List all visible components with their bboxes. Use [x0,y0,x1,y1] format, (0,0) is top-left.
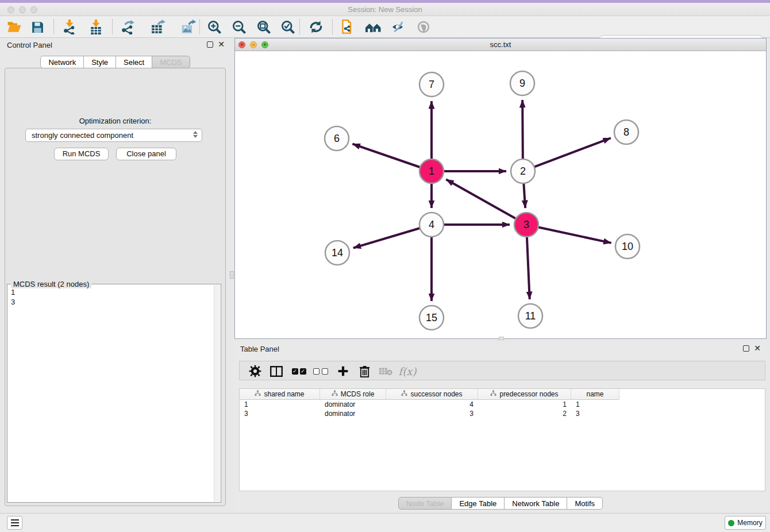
export-table-icon[interactable] [149,19,167,35]
status-bar: Memory [0,513,770,532]
delete-table-icon[interactable] [376,363,395,379]
edge-3-11[interactable] [527,232,530,299]
network-resize-grip[interactable] [499,337,504,340]
import-table-icon[interactable] [87,19,105,35]
optimization-criterion-label: Optimization criterion: [0,117,230,125]
column-header-label: name [586,390,603,398]
table-row[interactable]: 1dominator411 [240,400,765,409]
toolbar-separator [53,20,54,34]
export-image-icon[interactable] [179,19,197,35]
deselect-all-icon[interactable] [311,363,330,379]
table-cell[interactable]: dominator [320,409,386,418]
apply-layout-icon[interactable] [307,19,325,35]
graph-node-1[interactable]: 1 [419,159,444,183]
table-cell[interactable]: 2 [478,409,571,418]
table-cell[interactable]: 3 [386,409,478,418]
clone-network-icon[interactable] [339,19,356,35]
graph-node-3[interactable]: 3 [514,213,538,237]
status-menu-button[interactable] [7,516,22,530]
tab-motifs[interactable]: Motifs [567,497,603,510]
mcds-result-text[interactable]: 1 3 [11,287,213,500]
network-window-titlebar[interactable]: ✕ − + scc.txt [235,38,766,51]
tab-style[interactable]: Style [84,56,116,68]
close-panel-button[interactable]: Close panel [116,148,176,160]
table-row[interactable]: 3dominator323 [240,409,765,418]
zoom-fit-icon[interactable] [255,19,272,35]
graph-node-10[interactable]: 10 [615,234,640,259]
graph-node-4[interactable]: 4 [419,213,444,237]
graph-node-15[interactable]: 15 [419,306,444,330]
delete-column-icon[interactable] [355,363,374,379]
list-icon [11,519,19,527]
mcds-result-box: MCDS result (2 nodes) 1 3 [7,284,221,503]
zoom-selected-icon[interactable] [279,19,297,35]
svg-text:14: 14 [332,247,343,259]
edge-2-8[interactable] [530,138,611,168]
graph-node-14[interactable]: 14 [325,241,349,265]
graph-node-11[interactable]: 11 [518,304,542,328]
graph-node-7[interactable]: 7 [419,72,444,97]
network-graph[interactable]: 1234678910111415 [235,51,766,338]
select-all-icon[interactable]: ✓✓ [290,363,308,379]
table-cell[interactable]: 1 [478,400,571,409]
edge-3-10[interactable] [534,226,611,243]
column-header-MCDS-role[interactable]: MCDS role [320,389,386,400]
save-session-icon[interactable] [29,19,46,35]
graph-node-6[interactable]: 6 [325,126,349,151]
table-cell[interactable]: 4 [386,400,478,409]
table-panel-close-button[interactable]: ✕ [754,345,761,352]
tab-node-table[interactable]: Node Table [398,497,452,510]
optimization-criterion-select[interactable]: strongly connected component [25,129,202,142]
toolbar-separator [299,20,300,34]
zoom-in-icon[interactable] [206,19,223,35]
tab-select[interactable]: Select [116,56,152,68]
zoom-out-icon[interactable] [230,19,248,35]
memory-status-icon [728,520,734,526]
control-panel-float-button[interactable] [207,41,213,48]
column-header-successor-nodes[interactable]: successor nodes [386,389,478,400]
tab-edge-table[interactable]: Edge Table [452,497,505,510]
table-cell[interactable]: 3 [240,409,320,418]
export-network-icon[interactable] [119,19,136,35]
column-settings-icon[interactable] [246,363,264,379]
table-panel-float-button[interactable] [743,345,749,352]
tab-network-table[interactable]: Network Table [505,497,567,510]
edge-4-14[interactable] [353,227,425,248]
open-file-icon[interactable] [5,19,22,35]
edge-3-1[interactable] [446,179,519,221]
control-panel-close-button[interactable]: ✕ [218,41,225,48]
panel-splitter-grip[interactable] [230,271,234,279]
column-header-name[interactable]: name [571,389,619,400]
first-neighbors-icon[interactable] [365,19,382,35]
edge-1-6[interactable] [352,144,424,168]
import-network-icon[interactable] [61,19,78,35]
graph-node-2[interactable]: 2 [511,159,535,183]
tab-mcds[interactable]: MCDS [152,56,190,68]
main-toolbar [0,16,770,38]
edge-2-9[interactable] [522,100,523,164]
add-column-icon[interactable] [334,363,352,379]
toolbar-separator [112,20,113,34]
network-canvas[interactable]: 1234678910111415 [235,51,766,338]
tab-network[interactable]: Network [40,56,84,68]
table-cell[interactable]: 1 [240,400,320,409]
show-all-icon[interactable] [415,19,432,35]
graph-node-8[interactable]: 8 [614,120,638,144]
table-cell[interactable]: 3 [571,409,619,418]
svg-text:4: 4 [429,219,434,230]
node-table: shared nameMCDS rolesuccessor nodesprede… [239,388,765,491]
svg-text:6: 6 [334,133,340,144]
hide-selected-icon[interactable] [390,19,407,35]
table-cell[interactable]: 1 [571,400,619,409]
split-panel-icon[interactable] [267,363,286,379]
table-cell[interactable]: dominator [320,400,386,409]
memory-button[interactable]: Memory [725,516,766,530]
column-header-predecessor-nodes[interactable]: predecessor nodes [478,389,571,400]
mcds-result-scrollbar[interactable] [214,285,220,502]
table-toolbar: ✓✓ f(x) [239,361,765,380]
run-mcds-button[interactable]: Run MCDS [54,148,109,160]
graph-node-9[interactable]: 9 [510,71,534,95]
function-builder-icon[interactable]: f(x) [398,363,417,379]
column-header-label: MCDS role [341,390,375,398]
column-header-shared-name[interactable]: shared name [240,389,320,400]
